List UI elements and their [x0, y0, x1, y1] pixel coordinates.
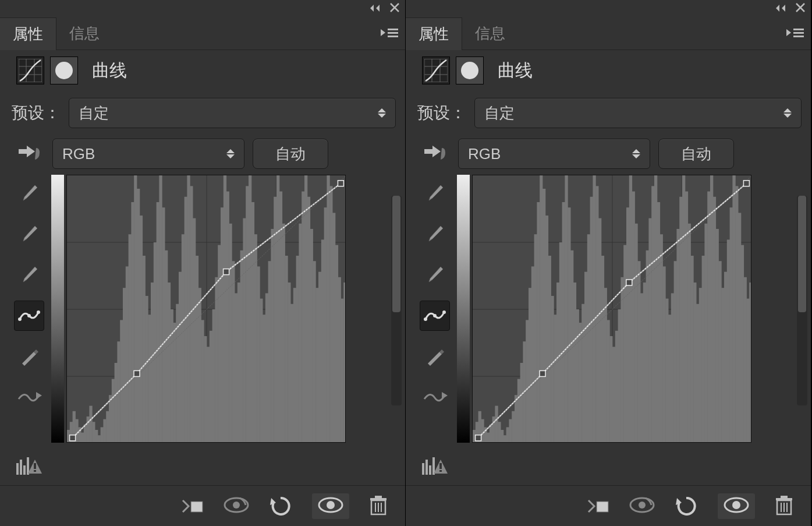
svg-rect-213 — [615, 331, 618, 443]
black-point-eyedropper-icon[interactable] — [14, 178, 44, 209]
svg-rect-100 — [282, 224, 285, 443]
tab-properties[interactable]: 属性 — [406, 17, 462, 50]
svg-rect-61 — [173, 323, 176, 443]
svg-rect-154 — [439, 463, 442, 469]
visibility-icon[interactable] — [312, 493, 349, 519]
targeted-adjustment-icon[interactable] — [417, 140, 450, 168]
auto-button[interactable]: 自动 — [658, 139, 734, 169]
white-point-eyedropper-icon[interactable] — [14, 260, 44, 290]
svg-point-10 — [37, 310, 40, 314]
preset-dropdown[interactable]: 自定 — [69, 98, 396, 128]
svg-rect-189 — [548, 256, 551, 443]
auto-button[interactable]: 自动 — [253, 139, 328, 169]
reset-icon[interactable] — [269, 495, 292, 518]
svg-rect-255 — [732, 175, 735, 443]
svg-rect-57 — [162, 207, 165, 443]
svg-rect-250 — [718, 261, 721, 443]
svg-rect-150 — [422, 463, 424, 475]
view-previous-icon[interactable] — [224, 497, 249, 516]
channel-dropdown[interactable]: RGB — [458, 139, 650, 169]
white-point-eyedropper-icon[interactable] — [420, 260, 450, 290]
scrollbar[interactable] — [797, 196, 807, 405]
histogram-clip-warning-icon[interactable] — [14, 451, 44, 481]
edit-points-icon[interactable] — [14, 301, 44, 331]
svg-rect-214 — [618, 309, 621, 443]
svg-rect-52 — [148, 315, 151, 443]
draw-curve-icon[interactable] — [420, 341, 450, 372]
svg-rect-78 — [221, 207, 224, 443]
svg-rect-103 — [290, 304, 293, 443]
svg-rect-225 — [648, 218, 651, 443]
curves-icon[interactable] — [422, 57, 450, 84]
curves-svg[interactable] — [472, 175, 751, 443]
trash-icon[interactable] — [369, 495, 388, 518]
edit-points-icon[interactable] — [420, 301, 450, 331]
svg-rect-33 — [95, 430, 98, 443]
svg-rect-227 — [654, 175, 657, 443]
svg-rect-173 — [503, 435, 506, 443]
svg-rect-91 — [257, 266, 260, 443]
tab-info[interactable]: 信息 — [462, 17, 518, 50]
svg-rect-86 — [243, 218, 246, 443]
svg-rect-30 — [87, 416, 90, 443]
visibility-icon[interactable] — [718, 493, 755, 519]
gray-point-eyedropper-icon[interactable] — [420, 219, 450, 249]
svg-rect-183 — [531, 266, 534, 443]
svg-rect-188 — [545, 216, 548, 443]
close-icon[interactable] — [796, 3, 805, 15]
tab-info[interactable]: 信息 — [56, 17, 112, 50]
curves-graph[interactable] — [51, 175, 348, 481]
smooth-curve-icon[interactable] — [14, 382, 44, 412]
view-previous-icon[interactable] — [629, 497, 655, 516]
svg-rect-232 — [668, 315, 671, 443]
curves-graph[interactable] — [457, 175, 754, 481]
properties-panel-left: 属性 信息 曲线 预设： 自定 RGB 自动 — [0, 0, 406, 526]
svg-rect-265 — [626, 280, 632, 285]
targeted-adjustment-icon[interactable] — [12, 140, 44, 168]
curves-svg[interactable] — [66, 175, 346, 443]
adjustment-title: 曲线 — [498, 59, 533, 83]
gray-point-eyedropper-icon[interactable] — [14, 219, 44, 249]
black-point-eyedropper-icon[interactable] — [420, 178, 450, 209]
preset-dropdown[interactable]: 自定 — [474, 98, 802, 128]
svg-rect-98 — [276, 175, 279, 443]
svg-rect-66 — [187, 175, 190, 443]
svg-rect-113 — [318, 272, 321, 443]
svg-rect-68 — [193, 218, 196, 443]
svg-rect-237 — [682, 175, 685, 443]
channel-dropdown[interactable]: RGB — [52, 139, 244, 169]
svg-rect-31 — [89, 406, 92, 443]
svg-rect-228 — [657, 202, 660, 443]
histogram-clip-warning-icon[interactable] — [420, 451, 450, 481]
scrollbar[interactable] — [391, 196, 402, 405]
clip-to-layer-icon[interactable] — [586, 496, 609, 517]
smooth-curve-icon[interactable] — [420, 382, 450, 412]
chevron-updown-icon — [632, 149, 640, 158]
tab-properties[interactable]: 属性 — [0, 17, 56, 50]
svg-rect-81 — [229, 224, 232, 443]
panel-menu-icon[interactable] — [381, 26, 399, 42]
clip-to-layer-icon[interactable] — [180, 496, 204, 517]
curves-icon[interactable] — [16, 57, 44, 84]
svg-point-149 — [442, 310, 446, 314]
close-icon[interactable] — [390, 3, 399, 15]
mask-icon[interactable] — [456, 57, 484, 84]
draw-curve-icon[interactable] — [14, 341, 44, 372]
mask-icon[interactable] — [50, 57, 78, 84]
svg-rect-38 — [109, 395, 112, 443]
svg-rect-35 — [101, 427, 104, 443]
svg-rect-196 — [568, 207, 570, 443]
trash-icon[interactable] — [775, 495, 793, 518]
reset-icon[interactable] — [675, 495, 698, 518]
svg-rect-201 — [581, 304, 584, 443]
panel-menu-icon[interactable] — [786, 26, 805, 42]
svg-rect-111 — [313, 261, 315, 443]
collapse-icon[interactable] — [370, 3, 383, 14]
svg-rect-83 — [235, 293, 237, 443]
svg-rect-115 — [324, 207, 327, 443]
svg-rect-89 — [251, 202, 254, 443]
svg-rect-171 — [498, 422, 501, 443]
adjustment-title: 曲线 — [92, 59, 127, 83]
collapse-icon[interactable] — [776, 3, 789, 14]
svg-rect-203 — [587, 234, 590, 443]
